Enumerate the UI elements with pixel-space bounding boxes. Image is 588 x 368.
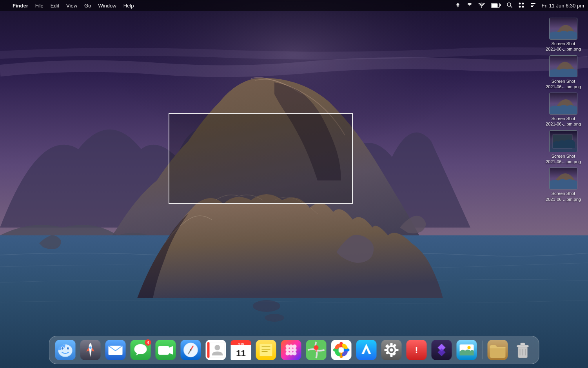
desktop-icon-2[interactable]: Screen Shot2021-06-...pm.png bbox=[546, 55, 581, 90]
svg-point-4 bbox=[265, 314, 284, 322]
desktop-icon-4[interactable]: Screen Shot2021-06-...pm.png bbox=[546, 130, 581, 165]
menubar-left: Finder File Edit View Go Window Help bbox=[4, 3, 134, 9]
svg-text:!: ! bbox=[415, 345, 418, 355]
svg-point-31 bbox=[62, 348, 63, 348]
search-icon[interactable] bbox=[506, 2, 513, 9]
svg-rect-94 bbox=[385, 349, 388, 351]
screenshot-selection-overlay bbox=[169, 113, 353, 204]
notification-center-icon[interactable] bbox=[530, 2, 536, 9]
menubar-file[interactable]: File bbox=[35, 3, 44, 9]
dock-launchpad[interactable] bbox=[79, 339, 102, 361]
desktop-icon-thumb-5 bbox=[549, 168, 577, 189]
desktop-icon-label-4: Screen Shot2021-06-...pm.png bbox=[546, 153, 581, 165]
svg-point-12 bbox=[519, 6, 521, 8]
desktop-icon-label-3: Screen Shot2021-06-...pm.png bbox=[546, 116, 581, 127]
desktop-icon-thumb-1 bbox=[549, 18, 577, 40]
dock-stickies[interactable] bbox=[255, 339, 278, 361]
svg-text:11: 11 bbox=[236, 348, 245, 358]
dock-contacts[interactable] bbox=[205, 339, 227, 361]
dock-facetime[interactable] bbox=[154, 339, 177, 361]
menubar-window[interactable]: Window bbox=[98, 3, 116, 9]
svg-point-72 bbox=[289, 352, 293, 355]
dock: 4 bbox=[49, 336, 539, 364]
svg-point-65 bbox=[286, 344, 290, 348]
svg-rect-60 bbox=[260, 344, 272, 356]
svg-rect-93 bbox=[390, 354, 393, 357]
dock-photos[interactable] bbox=[330, 339, 353, 361]
menubar-go[interactable]: Go bbox=[84, 3, 91, 9]
svg-point-86 bbox=[339, 347, 344, 353]
svg-point-70 bbox=[293, 348, 297, 352]
desktop-icons: Screen Shot2021-06-...pm.png Screen Shot… bbox=[546, 18, 581, 202]
svg-point-71 bbox=[286, 352, 290, 355]
svg-rect-16 bbox=[531, 6, 533, 7]
desktop-icon-5[interactable]: Screen Shot2021-06-...pm.png bbox=[546, 168, 581, 202]
desktop-icon-label-5: Screen Shot2021-06-...pm.png bbox=[546, 191, 581, 202]
svg-rect-14 bbox=[531, 3, 535, 4]
svg-point-76 bbox=[314, 345, 319, 350]
dock-messages[interactable]: 4 bbox=[129, 339, 152, 361]
dock-system-prefs[interactable] bbox=[380, 339, 403, 361]
battery-icon[interactable] bbox=[491, 3, 501, 9]
svg-line-9 bbox=[510, 6, 512, 7]
svg-rect-50 bbox=[207, 342, 210, 358]
dock-finder[interactable] bbox=[54, 339, 77, 361]
svg-rect-92 bbox=[390, 343, 393, 346]
svg-point-91 bbox=[390, 348, 393, 352]
svg-point-34 bbox=[89, 346, 92, 349]
control-center-icon[interactable] bbox=[518, 2, 524, 9]
svg-rect-107 bbox=[490, 347, 506, 358]
dock-trash[interactable] bbox=[512, 339, 534, 361]
svg-point-105 bbox=[468, 346, 471, 349]
svg-rect-7 bbox=[500, 4, 501, 6]
menubar-app-name[interactable]: Finder bbox=[13, 3, 28, 9]
svg-rect-40 bbox=[158, 346, 169, 355]
svg-point-69 bbox=[289, 348, 293, 352]
focus-menubar-icon[interactable] bbox=[466, 2, 473, 9]
svg-point-32 bbox=[68, 348, 69, 348]
svg-point-3 bbox=[253, 300, 280, 312]
dock-appstore[interactable] bbox=[355, 339, 378, 361]
dock-files[interactable] bbox=[486, 339, 509, 361]
dock-calendar[interactable]: 11 JUN bbox=[230, 339, 252, 361]
svg-point-67 bbox=[293, 344, 297, 348]
desktop-icon-3[interactable]: Screen Shot2021-06-...pm.png bbox=[546, 93, 581, 127]
menubar-help[interactable]: Help bbox=[123, 3, 134, 9]
svg-point-13 bbox=[522, 6, 524, 8]
menubar-view[interactable]: View bbox=[66, 3, 77, 9]
svg-point-10 bbox=[519, 3, 521, 5]
svg-rect-6 bbox=[491, 3, 497, 7]
desktop-icon-thumb-3 bbox=[549, 93, 577, 115]
dock-mimestream[interactable] bbox=[430, 339, 453, 361]
dock-maps[interactable] bbox=[305, 339, 328, 361]
mimestream-menubar-icon[interactable] bbox=[455, 2, 461, 9]
svg-point-66 bbox=[289, 344, 293, 348]
svg-rect-87 bbox=[356, 340, 377, 360]
menubar: Finder File Edit View Go Window Help bbox=[0, 0, 588, 11]
svg-point-46 bbox=[190, 349, 192, 351]
desktop-icon-thumb-4 bbox=[549, 130, 577, 152]
dock-divider bbox=[482, 341, 483, 359]
svg-point-38 bbox=[134, 344, 147, 354]
svg-rect-15 bbox=[531, 5, 534, 5]
dock-image-capture[interactable] bbox=[456, 339, 478, 361]
wifi-icon[interactable] bbox=[478, 2, 485, 9]
menubar-time: Fri 11 Jun 6:30 pm bbox=[542, 3, 584, 9]
svg-point-73 bbox=[293, 352, 297, 355]
svg-rect-111 bbox=[521, 343, 525, 345]
dock-safari[interactable] bbox=[180, 339, 202, 361]
dock-emoji[interactable] bbox=[280, 339, 303, 361]
desktop-icon-label-2: Screen Shot2021-06-...pm.png bbox=[546, 78, 581, 90]
dock-pockity[interactable]: ! bbox=[405, 339, 428, 361]
menubar-edit[interactable]: Edit bbox=[51, 3, 59, 9]
desktop-icon-label-1: Screen Shot2021-06-...pm.png bbox=[546, 41, 581, 52]
dock-mail[interactable] bbox=[104, 339, 127, 361]
svg-rect-95 bbox=[396, 349, 399, 351]
svg-point-11 bbox=[522, 3, 524, 5]
menubar-right: Fri 11 Jun 6:30 pm bbox=[455, 2, 584, 9]
svg-rect-110 bbox=[517, 345, 529, 347]
desktop-icon-1[interactable]: Screen Shot2021-06-...pm.png bbox=[546, 18, 581, 52]
svg-text:JUN: JUN bbox=[238, 342, 244, 346]
svg-point-30 bbox=[67, 347, 69, 350]
svg-point-51 bbox=[215, 345, 220, 350]
